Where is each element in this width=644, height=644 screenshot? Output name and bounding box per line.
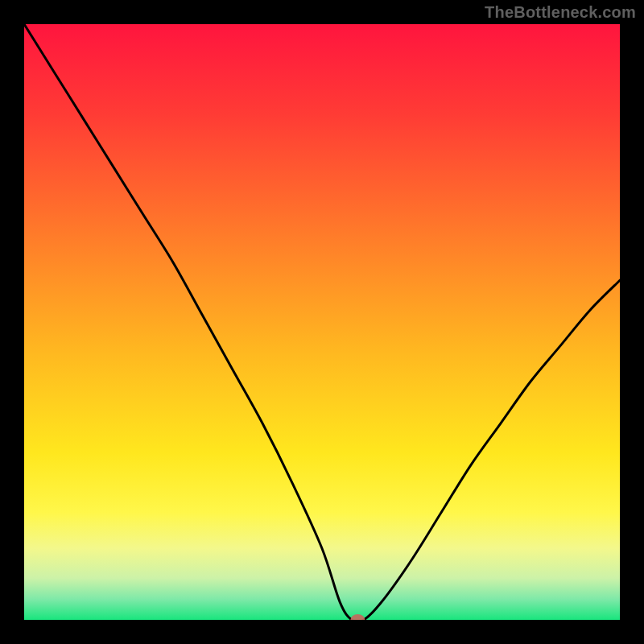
watermark-label: TheBottleneck.com xyxy=(485,3,636,22)
chart-background xyxy=(24,24,620,620)
bottleneck-chart xyxy=(24,24,620,620)
